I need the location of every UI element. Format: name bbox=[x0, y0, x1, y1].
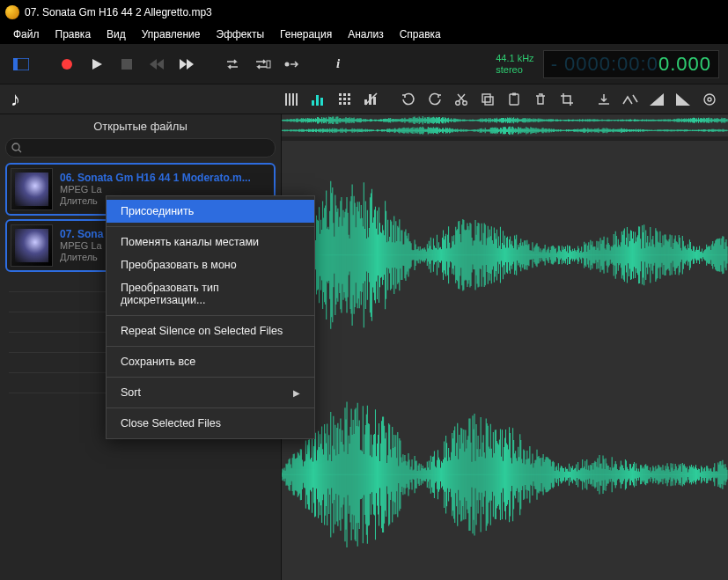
cut-icon[interactable] bbox=[450, 88, 473, 111]
levels-grid-icon[interactable] bbox=[334, 88, 357, 111]
context-item[interactable]: Присоединить bbox=[107, 200, 314, 223]
import-icon[interactable] bbox=[592, 88, 615, 111]
svg-rect-26 bbox=[343, 102, 346, 105]
context-item[interactable]: Close Selected Files bbox=[107, 412, 314, 435]
svg-rect-37 bbox=[512, 92, 516, 95]
note-icon: ♪ bbox=[11, 88, 20, 111]
svg-rect-22 bbox=[339, 98, 342, 100]
record-button[interactable] bbox=[55, 52, 79, 77]
forward-button[interactable] bbox=[174, 52, 199, 77]
context-item[interactable]: Sort▶ bbox=[107, 381, 314, 404]
svg-line-43 bbox=[18, 150, 21, 152]
svg-marker-8 bbox=[187, 59, 194, 70]
svg-rect-15 bbox=[312, 100, 314, 106]
bounce-icon[interactable] bbox=[619, 88, 642, 111]
svg-rect-1 bbox=[13, 58, 18, 70]
settings-icon[interactable] bbox=[698, 88, 721, 111]
context-item[interactable]: Преобразовать в моно bbox=[107, 253, 314, 276]
delete-icon[interactable] bbox=[529, 88, 552, 111]
menubar: Файл Правка Вид Управление Эффекты Генер… bbox=[0, 25, 728, 44]
svg-marker-6 bbox=[157, 59, 164, 70]
loop-button[interactable] bbox=[220, 52, 245, 77]
titlebar: 07. Sonata Gm H16 44 2 Allegretto.mp3 bbox=[0, 0, 728, 25]
context-item[interactable]: Сохранить все bbox=[107, 350, 314, 373]
chevron-right-icon: ▶ bbox=[293, 388, 300, 398]
svg-rect-4 bbox=[121, 59, 132, 70]
menu-view[interactable]: Вид bbox=[99, 26, 134, 42]
context-menu: ПрисоединитьПоменять каналы местамиПреоб… bbox=[106, 195, 315, 439]
svg-rect-11 bbox=[285, 93, 287, 106]
waveform-area[interactable] bbox=[282, 114, 728, 580]
svg-rect-20 bbox=[343, 93, 346, 96]
svg-point-2 bbox=[62, 59, 72, 70]
svg-rect-12 bbox=[289, 93, 290, 106]
goto-button[interactable] bbox=[280, 52, 305, 77]
menu-help[interactable]: Справка bbox=[392, 26, 449, 42]
svg-rect-25 bbox=[339, 102, 342, 105]
file-thumbnail bbox=[11, 168, 53, 210]
menu-effects[interactable]: Эффекты bbox=[209, 26, 273, 42]
context-item[interactable]: Repeat Silence on Selected Files bbox=[107, 319, 314, 342]
svg-rect-9 bbox=[267, 61, 270, 68]
svg-point-10 bbox=[285, 62, 290, 66]
file-thumbnail bbox=[11, 224, 53, 267]
svg-rect-14 bbox=[296, 93, 298, 106]
crop-icon[interactable] bbox=[555, 88, 578, 111]
app-icon bbox=[5, 5, 19, 19]
stop-button[interactable] bbox=[114, 52, 139, 77]
context-item[interactable]: Преобразовать тип дискретизации... bbox=[107, 276, 314, 312]
svg-marker-39 bbox=[676, 93, 690, 106]
svg-rect-21 bbox=[348, 93, 350, 96]
levels-color-icon[interactable] bbox=[307, 88, 330, 111]
time-counter: - 0000:00:00.000 bbox=[543, 50, 719, 78]
svg-rect-24 bbox=[348, 98, 350, 100]
svg-rect-13 bbox=[292, 93, 294, 106]
context-item[interactable]: Поменять каналы местами bbox=[107, 231, 314, 253]
sidebar-title: Открытые файлы bbox=[0, 114, 281, 136]
svg-rect-27 bbox=[348, 102, 350, 105]
svg-rect-34 bbox=[482, 94, 490, 102]
waveform-main[interactable] bbox=[282, 141, 728, 580]
menu-file[interactable]: Файл bbox=[5, 26, 48, 42]
rewind-button[interactable] bbox=[144, 52, 169, 77]
search-input[interactable] bbox=[5, 138, 276, 158]
menu-edit[interactable]: Правка bbox=[48, 26, 99, 42]
svg-marker-3 bbox=[92, 59, 102, 70]
svg-rect-23 bbox=[343, 98, 346, 100]
search-icon bbox=[11, 143, 22, 153]
svg-marker-38 bbox=[650, 93, 664, 106]
svg-point-33 bbox=[463, 100, 467, 105]
file-codec: MPEG La bbox=[60, 184, 270, 195]
edit-toolbar: ♪ bbox=[0, 84, 728, 114]
readout: 44.1 kHz stereo - 0000:00:00.000 bbox=[496, 50, 719, 78]
svg-point-41 bbox=[708, 98, 711, 101]
file-name: 06. Sonata Gm H16 44 1 Moderato.m... bbox=[60, 172, 270, 184]
transport-toolbar: i 44.1 kHz stereo - 0000:00:00.000 bbox=[0, 44, 728, 84]
svg-rect-30 bbox=[373, 97, 376, 105]
paste-icon[interactable] bbox=[503, 88, 526, 111]
menu-manage[interactable]: Управление bbox=[134, 26, 209, 42]
loop-selection-button[interactable] bbox=[250, 52, 275, 77]
fadein-icon[interactable] bbox=[645, 88, 668, 111]
undo-icon[interactable] bbox=[397, 88, 420, 111]
levels-off-icon[interactable] bbox=[360, 88, 383, 111]
svg-point-42 bbox=[12, 143, 19, 151]
svg-rect-36 bbox=[510, 94, 518, 105]
window-title: 07. Sonata Gm H16 44 2 Allegretto.mp3 bbox=[25, 6, 212, 18]
redo-icon[interactable] bbox=[423, 88, 446, 111]
fadeout-icon[interactable] bbox=[672, 88, 695, 111]
play-button[interactable] bbox=[85, 52, 109, 77]
sidebar-toggle-button[interactable] bbox=[9, 52, 33, 77]
menu-generate[interactable]: Генерация bbox=[272, 26, 340, 42]
svg-marker-5 bbox=[150, 59, 157, 70]
svg-point-40 bbox=[704, 94, 715, 105]
info-button[interactable]: i bbox=[326, 52, 350, 77]
menu-analyze[interactable]: Анализ bbox=[340, 26, 392, 42]
waveform-overview[interactable] bbox=[282, 114, 728, 137]
copy-icon[interactable] bbox=[476, 88, 499, 111]
svg-marker-7 bbox=[180, 59, 187, 70]
svg-point-32 bbox=[456, 100, 460, 105]
svg-rect-35 bbox=[485, 97, 493, 105]
bars-icon[interactable] bbox=[281, 88, 304, 111]
svg-rect-17 bbox=[320, 98, 323, 106]
